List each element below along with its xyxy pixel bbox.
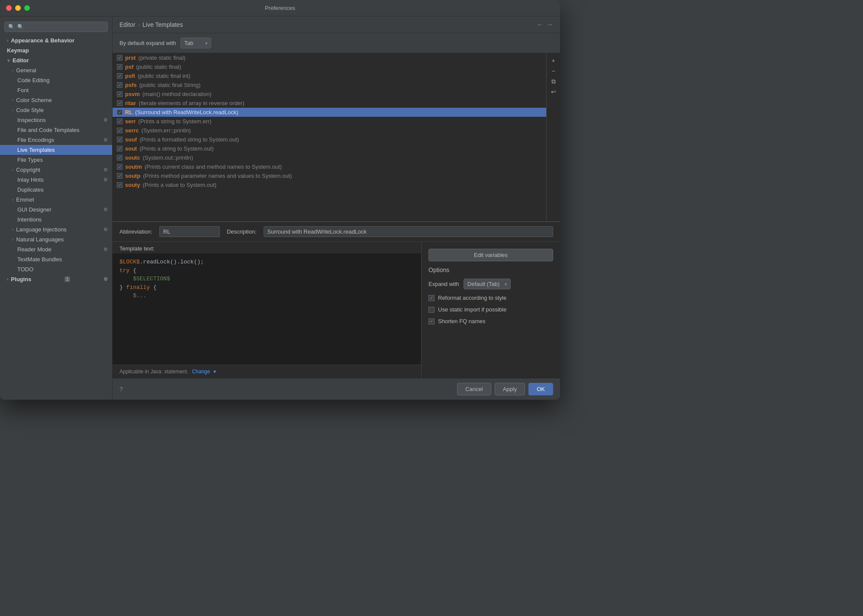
template-description: (private static final)	[138, 55, 186, 61]
help-icon[interactable]: ?	[119, 386, 123, 393]
template-row[interactable]: souty (Prints a value to System.out)	[113, 180, 546, 189]
sidebar-item-label: Appearance & Behavior	[11, 37, 74, 44]
template-row[interactable]: serrc (System.err::println)	[113, 126, 546, 135]
template-checkbox[interactable]	[117, 73, 122, 79]
expand-with-dropdown-wrapper: Tab Enter Space	[180, 38, 211, 48]
copy-template-button[interactable]: ⧉	[549, 77, 558, 86]
template-checkbox[interactable]	[117, 137, 122, 142]
sidebar-item-plugins[interactable]: ›Plugins1⚙	[0, 274, 112, 284]
remove-template-button[interactable]: −	[549, 66, 558, 76]
template-row[interactable]: serr (Prints a string to System.err)	[113, 117, 546, 126]
checkbox-static-import[interactable]: Use static import if possible	[428, 306, 553, 313]
template-row[interactable]: psf (public static final)	[113, 62, 546, 71]
template-code[interactable]: $LOCK$.readLock().lock(); try { $SELECTI…	[113, 253, 421, 365]
template-abbreviation: psf	[125, 64, 134, 70]
sidebar-item-natural-languages[interactable]: ›Natural Languages	[0, 234, 112, 244]
maximize-button[interactable]	[24, 5, 30, 11]
template-checkbox[interactable]	[117, 119, 122, 124]
template-row[interactable]: soutm (Prints current class and method n…	[113, 162, 546, 171]
template-checkbox[interactable]	[117, 100, 122, 106]
template-checkbox[interactable]	[117, 146, 122, 151]
badge-count: 1	[64, 276, 71, 282]
sidebar-item-label: Editor	[13, 57, 29, 64]
close-button[interactable]	[6, 5, 12, 11]
minimize-button[interactable]	[15, 5, 21, 11]
template-row[interactable]: psfi (public static final int)	[113, 71, 546, 80]
sidebar-item-editor[interactable]: ∨Editor	[0, 55, 112, 65]
sidebar-item-inlay-hints[interactable]: Inlay Hints⚙	[0, 175, 112, 185]
sidebar-item-duplicates[interactable]: Duplicates	[0, 185, 112, 195]
sidebar-item-label: General	[16, 67, 36, 74]
template-checkbox[interactable]	[117, 155, 122, 160]
code-line-3: $SELECTION$	[119, 275, 414, 283]
template-checkbox[interactable]	[117, 55, 122, 61]
nav-back-button[interactable]: ←	[537, 21, 544, 29]
change-chevron[interactable]: ▾	[213, 369, 216, 375]
template-row[interactable]: souf (Prints a formatted string to Syste…	[113, 135, 546, 144]
template-checkbox[interactable]	[117, 173, 122, 179]
template-checkbox[interactable]	[117, 109, 122, 115]
sidebar-item-reader-mode[interactable]: Reader Mode⚙	[0, 244, 112, 254]
ok-button[interactable]: OK	[528, 383, 553, 395]
template-row[interactable]: soutc (System.out::println)	[113, 153, 546, 162]
sidebar-item-file-encodings[interactable]: File Encodings⚙	[0, 135, 112, 145]
sidebar-item-color-scheme[interactable]: ›Color Scheme	[0, 95, 112, 105]
template-row[interactable]: soutp (Prints method parameter names and…	[113, 171, 546, 180]
template-checkbox[interactable]	[117, 182, 122, 188]
template-row[interactable]: psfs (public static final String)	[113, 80, 546, 90]
sidebar-item-code-editing[interactable]: Code Editing	[0, 75, 112, 85]
checkbox-shorten-fq[interactable]: Shorten FQ names	[428, 318, 553, 324]
apply-button[interactable]: Apply	[495, 383, 525, 395]
edit-variables-button[interactable]: Edit variables	[428, 249, 553, 261]
sidebar-item-file-code-templates[interactable]: File and Code Templates	[0, 125, 112, 135]
sidebar-item-intentions[interactable]: Intentions	[0, 215, 112, 225]
checkbox-reformat-box[interactable]	[428, 295, 435, 301]
template-checkbox[interactable]	[117, 164, 122, 170]
checkbox-static-import-label: Use static import if possible	[438, 306, 506, 313]
sidebar: 🔍 ›Appearance & BehaviorKeymap∨Editor›Ge…	[0, 16, 113, 400]
sidebar-item-todo[interactable]: TODO	[0, 264, 112, 274]
template-checkbox[interactable]	[117, 64, 122, 70]
sidebar-item-label: TextMate Bundles	[17, 256, 62, 263]
sidebar-item-copyright[interactable]: ›Copyright⚙	[0, 165, 112, 175]
abbreviation-input[interactable]	[159, 226, 220, 237]
add-template-button[interactable]: +	[549, 56, 558, 65]
sidebar-item-live-templates[interactable]: Live Templates	[0, 145, 112, 155]
sidebar-item-code-style[interactable]: ›Code Style	[0, 105, 112, 115]
sidebar-item-inspections[interactable]: Inspections⚙	[0, 115, 112, 125]
checkbox-shorten-fq-box[interactable]	[428, 318, 435, 324]
sidebar-item-appearance-behavior[interactable]: ›Appearance & Behavior	[0, 35, 112, 45]
options-expand-dropdown[interactable]: Default (Tab) Tab Enter Space	[464, 279, 511, 289]
sidebar-item-label: Natural Languages	[16, 236, 64, 243]
sidebar-item-textmate-bundles[interactable]: TextMate Bundles	[0, 254, 112, 264]
sidebar-item-gui-designer[interactable]: GUI Designer⚙	[0, 205, 112, 215]
search-input[interactable]	[17, 24, 104, 30]
sidebar-item-font[interactable]: Font	[0, 85, 112, 95]
sidebar-item-general[interactable]: ›General	[0, 65, 112, 75]
template-row[interactable]: sout (Prints a string to System.out)	[113, 144, 546, 153]
template-checkbox[interactable]	[117, 128, 122, 133]
sidebar-item-language-injections[interactable]: ›Language Injections⚙	[0, 225, 112, 234]
checkbox-reformat[interactable]: Reformat according to style	[428, 295, 553, 301]
checkbox-static-import-box[interactable]	[428, 307, 435, 313]
change-link[interactable]: Change	[192, 369, 210, 375]
cancel-button[interactable]: Cancel	[457, 383, 491, 395]
template-row[interactable]: RL (Surround with ReadWriteLock.readLock…	[113, 108, 546, 117]
nav-forward-button[interactable]: →	[546, 21, 553, 29]
revert-template-button[interactable]: ↩	[549, 87, 558, 96]
template-row[interactable]: prst (private static final)	[113, 53, 546, 62]
settings-icon: ⚙	[103, 117, 108, 123]
sidebar-item-label: Code Editing	[17, 77, 49, 83]
sidebar-item-file-types[interactable]: File Types	[0, 155, 112, 165]
sidebar-item-keymap[interactable]: Keymap	[0, 45, 112, 55]
expand-with-dropdown[interactable]: Tab Enter Space	[180, 38, 211, 48]
description-input[interactable]	[264, 226, 553, 237]
template-description: (Prints a value to System.out)	[143, 182, 217, 188]
template-row[interactable]: psvm (main() method declaration)	[113, 90, 546, 99]
template-row[interactable]: ritar (Iterate elements of array in reve…	[113, 99, 546, 108]
template-checkbox[interactable]	[117, 91, 122, 97]
sidebar-item-emmet[interactable]: ›Emmet	[0, 195, 112, 205]
applicable-area: Applicable in Java: statement. Change ▾	[113, 365, 421, 378]
breadcrumb-current: Live Templates	[142, 21, 183, 28]
template-checkbox[interactable]	[117, 82, 122, 88]
